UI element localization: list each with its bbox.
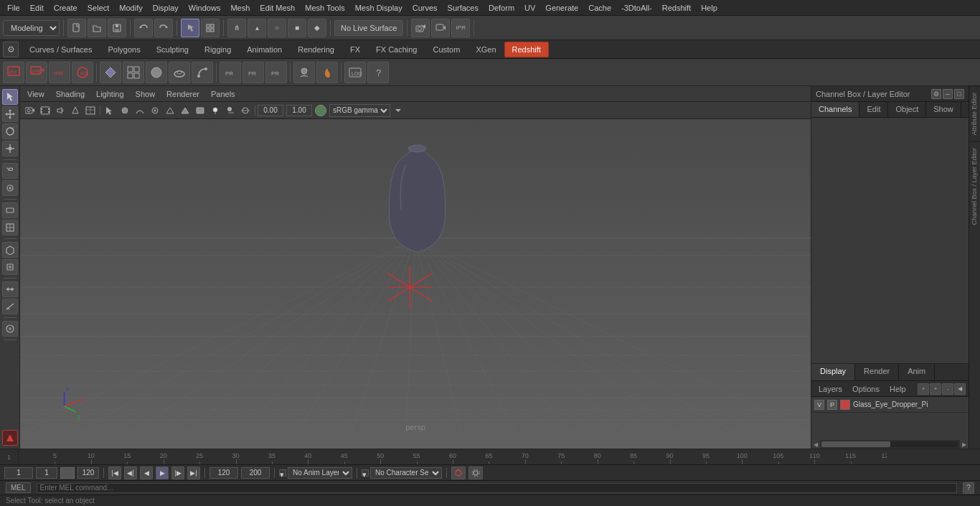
mel-input[interactable] xyxy=(37,483,957,493)
shelf-question-btn[interactable]: ? xyxy=(367,62,389,83)
snap-point-btn[interactable]: ○ xyxy=(268,19,286,37)
color-profile-dropdown[interactable]: sRGB gamma xyxy=(329,104,390,117)
layers-new-empty-btn[interactable]: + xyxy=(930,383,941,395)
vpt-light-mode-btn[interactable] xyxy=(208,104,222,117)
tab-redshift[interactable]: Redshift xyxy=(504,42,549,57)
help-icon[interactable]: ? xyxy=(963,482,974,494)
vpt-textured-btn[interactable] xyxy=(193,104,207,117)
show-hide-btn[interactable] xyxy=(2,202,18,218)
menu-mesh-tools[interactable]: Mesh Tools xyxy=(301,2,349,14)
menu-select[interactable]: Select xyxy=(83,2,114,14)
shelf-ipr2-btn[interactable]: IPR xyxy=(49,62,70,83)
shelf-flame-btn[interactable] xyxy=(316,62,338,83)
tab-polygons[interactable]: Polygons xyxy=(100,42,148,57)
wireframe-btn[interactable] xyxy=(2,220,18,235)
cb-tab-edit[interactable]: Edit xyxy=(859,102,888,117)
disp-tab-anim[interactable]: Anim xyxy=(899,364,935,380)
vp-menu-lighting[interactable]: Lighting xyxy=(93,88,127,100)
redo-btn[interactable] xyxy=(154,19,173,37)
menu-deform[interactable]: Deform xyxy=(484,2,519,14)
scale-tool-btn[interactable] xyxy=(2,141,18,156)
menu-3dtoall[interactable]: -3DtoAll- xyxy=(617,2,656,14)
layer-visibility-check[interactable]: V xyxy=(814,400,824,410)
shelf-sphere-btn[interactable] xyxy=(146,62,167,83)
go-to-start-btn[interactable]: |◀ xyxy=(108,467,121,479)
menu-edit-mesh[interactable]: Edit Mesh xyxy=(255,2,299,14)
preferences-btn[interactable] xyxy=(468,467,483,479)
menu-cache[interactable]: Cache xyxy=(584,2,616,14)
shelf-grid-btn[interactable] xyxy=(123,62,144,83)
vpt-film-btn[interactable] xyxy=(38,104,52,117)
tab-rendering[interactable]: Rendering xyxy=(290,42,342,57)
shelf-torus-btn[interactable] xyxy=(169,62,190,83)
char-set-dropdown[interactable]: No Character Set xyxy=(370,467,442,479)
shelf-diamond-btn[interactable] xyxy=(100,62,121,83)
vp-menu-panels[interactable]: Panels xyxy=(208,88,238,100)
scroll-right-btn[interactable]: ▶ xyxy=(960,440,969,449)
disp-tab-display[interactable]: Display xyxy=(811,364,855,380)
vp-menu-shading[interactable]: Shading xyxy=(53,88,88,100)
play-fwd-btn[interactable]: ▶ xyxy=(156,467,169,479)
vpt-color-profile-options-btn[interactable] xyxy=(391,104,405,117)
viewport[interactable]: View Shading Lighting Show Renderer Pane… xyxy=(20,86,811,449)
attr-editor-tab[interactable]: Attribute Editor xyxy=(969,86,980,141)
cb-tab-object[interactable]: Object xyxy=(888,102,926,117)
tab-curves-surfaces[interactable]: Curves / Surfaces xyxy=(22,42,100,57)
disp-tab-render[interactable]: Render xyxy=(855,364,899,380)
move-tool-btn[interactable] xyxy=(2,106,18,122)
vpt-isolate-btn[interactable] xyxy=(148,104,162,117)
total-frames-input[interactable] xyxy=(241,467,270,479)
menu-edit[interactable]: Edit xyxy=(26,2,48,14)
layer-color-swatch[interactable] xyxy=(840,400,850,410)
tab-animation[interactable]: Animation xyxy=(239,42,290,57)
open-scene-btn[interactable] xyxy=(88,19,106,37)
playback-end-input[interactable] xyxy=(209,467,238,479)
undo-btn[interactable] xyxy=(134,19,153,37)
cb-expand-btn[interactable]: □ xyxy=(954,89,964,99)
shelf-pr2-btn[interactable]: PR xyxy=(242,62,264,83)
menu-mesh[interactable]: Mesh xyxy=(226,2,254,14)
range-end-input[interactable] xyxy=(77,467,99,479)
snap-live-btn[interactable]: ◆ xyxy=(308,19,326,37)
new-scene-btn[interactable] xyxy=(67,19,86,37)
vp-menu-renderer[interactable]: Renderer xyxy=(164,88,202,100)
tab-rigging[interactable]: Rigging xyxy=(197,42,239,57)
layers-menu-help[interactable]: Help xyxy=(885,383,910,395)
tab-sculpting[interactable]: Sculpting xyxy=(149,42,197,57)
redshift-btn[interactable] xyxy=(2,430,18,446)
anim-layer-menu-btn[interactable]: ▾ xyxy=(279,469,286,477)
current-frame-input[interactable] xyxy=(36,467,57,479)
select-obj-btn[interactable] xyxy=(181,19,199,37)
vp-menu-view[interactable]: View xyxy=(24,88,47,100)
shelf-ipr-btn[interactable]: IPR xyxy=(26,62,47,83)
layers-left-btn[interactable]: ◀ xyxy=(954,383,966,395)
universal-manip-btn[interactable] xyxy=(2,242,18,258)
menu-modify[interactable]: Modify xyxy=(115,2,146,14)
menu-windows[interactable]: Windows xyxy=(184,2,225,14)
rotate-tool-btn[interactable] xyxy=(2,123,18,139)
vpt-sound-btn[interactable] xyxy=(53,104,67,117)
vpt-camera-btn[interactable] xyxy=(23,104,37,117)
tab-xgen[interactable]: XGen xyxy=(468,42,504,57)
gamma-input[interactable] xyxy=(258,105,283,116)
snap-view-btn[interactable]: ■ xyxy=(288,19,306,37)
script-mode-indicator[interactable]: MEL xyxy=(6,482,31,493)
viewport-canvas[interactable]: Y X Z persp xyxy=(20,119,811,434)
menu-generate[interactable]: Generate xyxy=(541,2,583,14)
vpt-grid-overlay-btn[interactable] xyxy=(83,104,98,117)
vpt-shadow-btn[interactable] xyxy=(223,104,237,117)
paint-select-btn[interactable] xyxy=(2,180,18,196)
lasso-tool-btn[interactable] xyxy=(2,163,18,179)
frame-range-bar[interactable] xyxy=(60,467,75,479)
snap-curve-btn[interactable]: ▴ xyxy=(248,19,266,37)
menu-curves[interactable]: Curves xyxy=(408,2,442,14)
timeline-ruler[interactable]: 5101520253035404550556065707580859095100… xyxy=(19,449,887,465)
cb-settings-btn[interactable]: ⚙ xyxy=(931,89,941,99)
save-scene-btn[interactable] xyxy=(108,19,126,37)
play-back-btn[interactable]: ◀ xyxy=(140,467,153,479)
menu-surfaces[interactable]: Surfaces xyxy=(443,2,483,14)
workspace-dropdown[interactable]: Modeling xyxy=(3,20,60,36)
camera-btn[interactable] xyxy=(411,19,430,37)
menu-uv[interactable]: UV xyxy=(520,2,540,14)
shelf-log-btn[interactable]: LOG xyxy=(344,62,366,83)
